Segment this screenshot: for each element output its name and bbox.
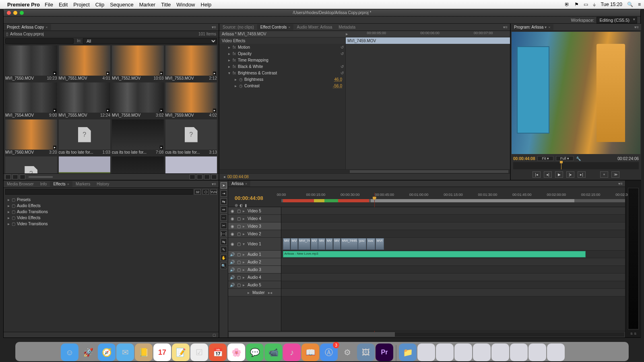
audio-track-lane[interactable]	[281, 266, 625, 274]
video-track-header[interactable]: ◉▢▸Video 5	[228, 207, 281, 215]
dock-app-launchpad[interactable]: 🚀	[79, 343, 97, 361]
hand-tool[interactable]: ✋	[221, 255, 227, 261]
dock-app-notes[interactable]: 📝	[172, 343, 190, 361]
close-icon[interactable]: ×	[67, 182, 69, 186]
project-clip[interactable]	[5, 156, 57, 173]
project-clip[interactable]: MVI_7555.MOV12:24	[59, 82, 111, 118]
lock-icon[interactable]: ▢	[236, 252, 241, 257]
close-icon[interactable]: ×	[288, 25, 290, 29]
speaker-icon[interactable]: 🔊	[230, 282, 235, 287]
dock-app-appstore[interactable]: Ⓐ3	[320, 343, 338, 361]
twirl-icon[interactable]: ▸	[227, 64, 231, 69]
video-track-header[interactable]: ◉▢▾Video 1	[228, 238, 281, 251]
ec-current-tc[interactable]: 00:00:44:08	[227, 175, 249, 179]
twirl-icon[interactable]: ▸	[243, 267, 246, 272]
twirl-icon[interactable]: ▸	[243, 209, 246, 213]
project-clip[interactable]	[165, 156, 217, 173]
selection-tool[interactable]: ➤	[221, 182, 227, 189]
lock-icon[interactable]: ▢	[236, 208, 241, 213]
dock-app-settings[interactable]: ⚙	[339, 343, 356, 361]
lock-icon[interactable]: ▢	[236, 259, 241, 264]
program-current-tc[interactable]: 00:00:44:08	[513, 156, 535, 161]
stopwatch-icon[interactable]: ◷	[239, 77, 243, 82]
dock-app-mail[interactable]: ✉	[116, 343, 134, 361]
audio-track-header[interactable]: ▸Master▸◂	[228, 289, 281, 296]
thumbnail-size-slider[interactable]	[29, 176, 53, 178]
speaker-icon[interactable]: 🔊	[230, 259, 235, 264]
fx-badge-icon[interactable]: fx	[232, 45, 236, 49]
timeline-clip[interactable]: MV	[326, 238, 333, 250]
new-item-icon[interactable]	[204, 175, 210, 179]
tab-history[interactable]: History	[93, 181, 112, 187]
step-back-button[interactable]: ◂|	[544, 171, 552, 178]
audio-meter-solo[interactable]: SS	[625, 332, 641, 337]
speaker-icon[interactable]: 🔊	[230, 252, 235, 257]
menu-help[interactable]: Help	[201, 2, 212, 8]
lock-icon[interactable]: ▢	[236, 275, 241, 280]
twirl-icon[interactable]: ▸	[7, 210, 10, 214]
menu-marker[interactable]: Marker	[139, 2, 155, 8]
tab-program[interactable]: Program: Arlissa ▾×	[511, 24, 553, 30]
dock-app-premiere[interactable]: Pr	[376, 343, 393, 361]
audio-track-header[interactable]: 🔊▢▸Audio 4	[228, 274, 281, 281]
list-view-icon[interactable]	[5, 175, 11, 179]
razor-tool[interactable]: ✂	[221, 222, 227, 229]
effects-tree-item[interactable]: ▸▢Video Effects	[5, 215, 217, 221]
ec-scrollbar[interactable]	[350, 170, 508, 173]
menubar-hamburger-icon[interactable]: ≡	[638, 2, 641, 7]
lock-icon[interactable]: ▢	[236, 267, 241, 272]
panel-menu-icon[interactable]: ▾≡	[209, 182, 219, 186]
reset-icon[interactable]: ↺	[341, 64, 344, 69]
ec-effect-row[interactable]: ▸fxOpacity↺	[219, 50, 345, 57]
zoom-tool[interactable]: 🔍	[221, 263, 227, 269]
dock-app2[interactable]	[454, 343, 472, 361]
project-clip[interactable]: MVI_7552.MOV10:03	[112, 45, 164, 81]
dock-app1[interactable]	[436, 343, 454, 361]
video-track-header[interactable]: ◉▢▸Video 3	[228, 222, 281, 230]
tab-effect-controls[interactable]: Effect Controls×	[257, 24, 294, 30]
project-clip[interactable]: MVI_7560.MOV3:20	[5, 119, 57, 155]
twirl-icon[interactable]: ▸	[7, 204, 10, 208]
timeline-current-tc[interactable]: 00:00:44:08	[235, 195, 263, 201]
dock-app-photos[interactable]: 🌸	[227, 343, 245, 361]
tab-sequence[interactable]: Arlissa×	[228, 181, 250, 187]
speaker-icon[interactable]: 🔊	[230, 275, 235, 280]
fx-badge-yuv[interactable]: YUV	[211, 189, 217, 195]
twirl-icon[interactable]: ▸	[227, 58, 231, 62]
menubar-wifi-icon[interactable]: ⏚	[593, 2, 596, 7]
audio-track-header[interactable]: 🔊▢▸Audio 2	[228, 258, 281, 266]
reset-icon[interactable]: ↺	[341, 71, 344, 75]
dock-app-finder[interactable]: ☺	[61, 343, 78, 361]
project-clip[interactable]: cus its too late for...1:03	[59, 119, 111, 155]
program-viewer[interactable]	[512, 32, 640, 154]
timeline-clip[interactable]: MV	[333, 238, 341, 250]
audio-track-lane[interactable]	[281, 289, 625, 296]
param-value[interactable]: 46.0	[334, 77, 342, 82]
tab-project[interactable]: Project: Arlissa Copy×	[4, 24, 51, 30]
lock-icon[interactable]: ▢	[236, 242, 241, 247]
panel-menu-icon[interactable]: ▾≡	[632, 25, 641, 29]
audio-track-lane[interactable]	[281, 258, 625, 266]
close-icon[interactable]: ×	[245, 182, 247, 186]
eye-icon[interactable]: ◉	[230, 224, 235, 228]
param-value[interactable]: -56.0	[333, 84, 342, 88]
video-track-lane[interactable]	[281, 222, 625, 230]
dock-app-preview[interactable]: 🖼	[357, 343, 375, 361]
twirl-icon[interactable]: ▸	[234, 77, 237, 82]
lock-icon[interactable]: ▢	[236, 231, 241, 236]
settings-icon[interactable]: 🔧	[576, 156, 581, 161]
program-playhead[interactable]	[561, 162, 561, 169]
twirl-icon[interactable]: ▸	[243, 216, 246, 221]
eye-icon[interactable]: ◉	[230, 216, 235, 221]
in-select[interactable]: All	[83, 38, 217, 44]
twirl-icon[interactable]: ▸	[7, 216, 10, 220]
video-track-lane[interactable]	[281, 215, 625, 222]
fx-badge-icon[interactable]: fx	[232, 64, 236, 69]
twirl-icon[interactable]: ▸	[243, 260, 246, 264]
timeline-clip[interactable]: MV	[283, 238, 290, 250]
audio-track-header[interactable]: 🔊▢▸Audio 1	[228, 251, 281, 258]
timeline-clip[interactable]: MV	[291, 238, 298, 250]
dock-app-calendar[interactable]: 17	[153, 343, 171, 361]
tab-source[interactable]: Source: (no clips)	[219, 24, 257, 30]
project-clip[interactable]: cus its too late for...7:08	[112, 119, 164, 155]
